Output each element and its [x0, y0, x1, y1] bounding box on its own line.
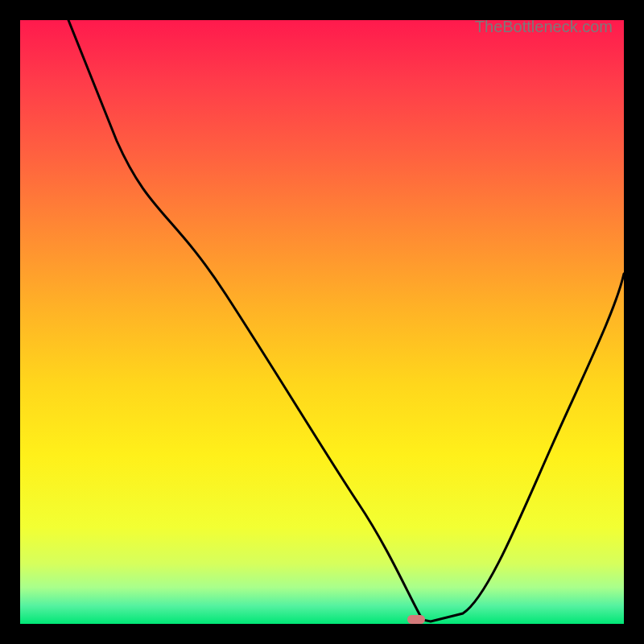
curve-path [68, 20, 624, 621]
outer-frame: TheBottleneck.com [12, 12, 632, 632]
plot-area: TheBottleneck.com [20, 20, 624, 624]
curve-line [20, 20, 624, 624]
watermark-text: TheBottleneck.com [475, 18, 613, 36]
minimum-marker [407, 615, 425, 624]
